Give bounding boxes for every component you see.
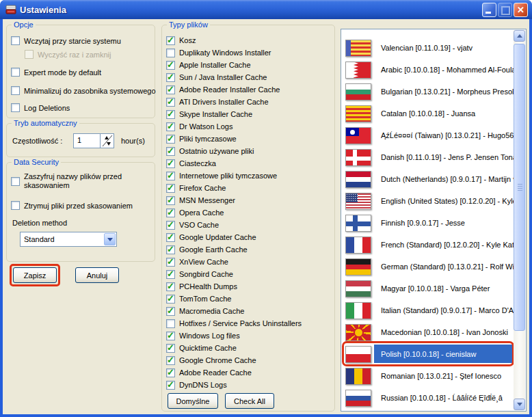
filetype-checkbox[interactable]: Sun / Java Installer Cache xyxy=(166,71,332,83)
language-list-panel: Valencian [0.11.0.19] - vjatv Arabic [0.… xyxy=(341,29,527,412)
checkbox-icon xyxy=(166,319,175,328)
filetype-checkbox[interactable]: Opera Cache xyxy=(166,206,332,219)
minimize-button[interactable] xyxy=(482,3,496,17)
group-file-types: Typy plików Kosz Duplikaty Windows Insta… xyxy=(161,25,335,412)
language-row[interactable]: Arabic [0.10.0.18] - Mohammed Al-Foulad xyxy=(342,59,514,81)
language-row[interactable]: Italian (Standard) [0.9.0.17] - Marco D'… xyxy=(342,299,514,321)
filetype-checkbox[interactable]: Hotfixes / Service Packs Uninstallers xyxy=(166,317,332,329)
language-row-polish-selected[interactable]: Polish [0.10.0.18] - cienislaw xyxy=(342,343,514,365)
filetype-checkbox[interactable]: Ciasteczka xyxy=(166,157,332,170)
checkbox-label: Ciasteczka xyxy=(179,159,216,167)
scrollbar-thumb[interactable] xyxy=(514,44,525,331)
checkbox-icon xyxy=(166,233,175,242)
language-row[interactable]: Danish [0.11.0.19] - Jens P. Jensen Tona… xyxy=(342,146,514,168)
flag-icon xyxy=(345,215,371,232)
language-row[interactable]: Romanian [0.13.0.21] - Ştef Ionesco xyxy=(342,365,514,387)
save-button[interactable]: Zapisz xyxy=(13,267,57,283)
checkbox-label: Expert mode by default xyxy=(24,68,101,77)
scroll-up-icon[interactable] xyxy=(514,30,525,42)
checkbox-label: Dr Watson Logs xyxy=(179,122,232,131)
checkbox-label: Windows Log files xyxy=(179,332,240,340)
cancel-button[interactable]: Anuluj xyxy=(75,267,119,283)
language-label: Italian (Standard) [0.9.0.17] - Marco D'… xyxy=(381,306,514,314)
filetype-checkbox[interactable]: Macromedia Cache xyxy=(166,305,332,317)
filetype-checkbox[interactable]: DynDNS Logs xyxy=(166,379,332,391)
filetype-checkbox[interactable]: Adobe Reader Cache xyxy=(166,366,332,379)
filetype-checkbox[interactable]: Quicktime Cache xyxy=(166,342,332,354)
language-row[interactable]: Finnish [0.9.0.17] - Jesse xyxy=(342,212,514,234)
checkbox-shred-files[interactable]: Ztrymuj pliki przed skasowaniem xyxy=(11,201,133,210)
language-row[interactable]: Dutch (Netherlands) [0.9.0.17] - Martijn… xyxy=(342,168,514,190)
filetype-checkbox[interactable]: Pliki tymczasowe xyxy=(166,133,332,145)
filetype-checkbox[interactable]: XnView Cache xyxy=(166,256,332,268)
checkbox-icon xyxy=(166,356,175,365)
spinner-updown-icon[interactable] xyxy=(100,134,114,148)
filetype-checkbox[interactable]: Duplikaty Windows Installer xyxy=(166,46,332,59)
deletion-method-select[interactable]: Standard xyxy=(20,232,117,247)
checkbox-label: Opera Cache xyxy=(179,209,224,217)
language-row[interactable]: French (Standard) [0.12.0.20] - Kyle Kat… xyxy=(342,234,514,256)
titlebar[interactable]: Ustawienia xyxy=(0,0,532,19)
chevron-down-icon[interactable] xyxy=(104,233,116,245)
checkbox-icon xyxy=(166,332,175,340)
checkbox-expert-mode[interactable]: Expert mode by default xyxy=(11,68,101,77)
checkbox-label: Hotfixes / Service Packs Uninstallers xyxy=(179,319,302,327)
checkbox-icon xyxy=(166,344,175,353)
frequency-spinner[interactable]: 1 xyxy=(73,133,114,148)
language-row[interactable]: Russian [0.10.0.18] - Ĺâăĺíčé Ęîđĺë¸â xyxy=(342,387,514,409)
group-data-security: Data Security Zaszyfruj nazwy plików prz… xyxy=(6,162,155,262)
language-row[interactable]: Bulgarian [0.13.0.21] - Morpheus Presols… xyxy=(342,81,514,103)
checkbox-icon xyxy=(166,307,175,316)
filetype-checkbox[interactable]: Ostatnio używane pliki xyxy=(166,145,332,157)
flag-icon xyxy=(345,83,371,100)
filetype-checkbox[interactable]: Google Updater Cache xyxy=(166,231,332,243)
group-opcje-label: Opcje xyxy=(12,21,36,29)
filetype-checkbox[interactable]: Kosz xyxy=(166,34,332,46)
checkbox-minimize-to-tray[interactable]: Minimalizuj do zasobnika systemowego xyxy=(11,86,156,95)
language-row[interactable]: ĄźĹé¤¤¤í (Taiwan) [0.13.0.21] - Hugo5688 xyxy=(342,124,514,146)
flag-icon xyxy=(345,149,371,166)
close-button[interactable] xyxy=(514,3,528,17)
filetype-checkbox[interactable]: ATI Drivers Installer Cache xyxy=(166,96,332,108)
checkbox-label: Macromedia Cache xyxy=(179,307,244,315)
defaults-button[interactable]: Domyślne xyxy=(168,393,218,409)
filetype-checkbox[interactable]: Internetowe pliki tymczasowe xyxy=(166,170,332,182)
filetype-checkbox[interactable]: Apple Installer Cache xyxy=(166,59,332,71)
frequency-value[interactable]: 1 xyxy=(74,134,100,148)
filetype-checkbox[interactable]: Adobe Reader Installer Cache xyxy=(166,83,332,96)
filetype-checkbox[interactable]: TomTom Cache xyxy=(166,293,332,305)
language-row[interactable]: Magyar [0.10.0.18] - Varga Péter xyxy=(342,278,514,299)
scroll-down-icon[interactable] xyxy=(514,399,525,410)
language-row[interactable]: German (Standard) [0.13.0.21] - Rolf Wis… xyxy=(342,256,514,278)
language-label: Romanian [0.13.0.21] - Ştef Ionesco xyxy=(381,372,501,380)
check-all-button[interactable]: Check All xyxy=(225,393,274,409)
language-row[interactable]: English (United States) [0.12.0.20] - Ky… xyxy=(342,190,514,212)
language-row[interactable]: Macedonian [0.10.0.18] - Ivan Jonoski xyxy=(342,321,514,343)
frequency-unit-label: hour(s) xyxy=(121,137,145,145)
scrollbar[interactable] xyxy=(514,30,525,410)
checkbox-label: TomTom Cache xyxy=(179,295,231,303)
checkbox-icon xyxy=(166,49,175,57)
flag-icon xyxy=(345,368,371,385)
checkbox-label: Adobe Reader Cache xyxy=(179,368,252,377)
checkbox-load-at-startup[interactable]: Wczytaj przy starcie systemu xyxy=(11,36,121,45)
filetype-checkbox[interactable]: Google Chrome Cache xyxy=(166,354,332,366)
filetype-checkbox[interactable]: Firefox Cache xyxy=(166,182,332,194)
filetype-checkbox[interactable]: Google Earth Cache xyxy=(166,243,332,256)
filetype-checkbox[interactable]: VSO Cache xyxy=(166,219,332,231)
checkbox-encrypt-filenames[interactable]: Zaszyfruj nazwy plików przed skasowaniem xyxy=(11,172,144,190)
checkbox-label: Minimalizuj do zasobnika systemowego xyxy=(24,87,156,95)
filetype-checkbox[interactable]: PCHealth Dumps xyxy=(166,280,332,293)
filetype-checkbox[interactable]: Windows Log files xyxy=(166,329,332,342)
language-label: French (Standard) [0.12.0.20] - Kyle Kat… xyxy=(381,241,514,249)
filetype-checkbox[interactable]: Dr Watson Logs xyxy=(166,120,332,133)
checkbox-icon xyxy=(166,245,175,254)
filetype-checkbox[interactable]: Skype Installer Cache xyxy=(166,108,332,120)
language-row[interactable]: Valencian [0.11.0.19] - vjatv xyxy=(342,37,514,59)
checkbox-log-deletions[interactable]: Log Deletions xyxy=(11,103,70,112)
language-row[interactable]: Catalan [0.10.0.18] - Juansa xyxy=(342,103,514,124)
checkbox-label: Google Chrome Cache xyxy=(179,356,256,364)
filetype-checkbox[interactable]: MSN Messenger xyxy=(166,194,332,206)
checkbox-icon xyxy=(166,221,175,230)
filetype-checkbox[interactable]: Songbird Cache xyxy=(166,268,332,280)
